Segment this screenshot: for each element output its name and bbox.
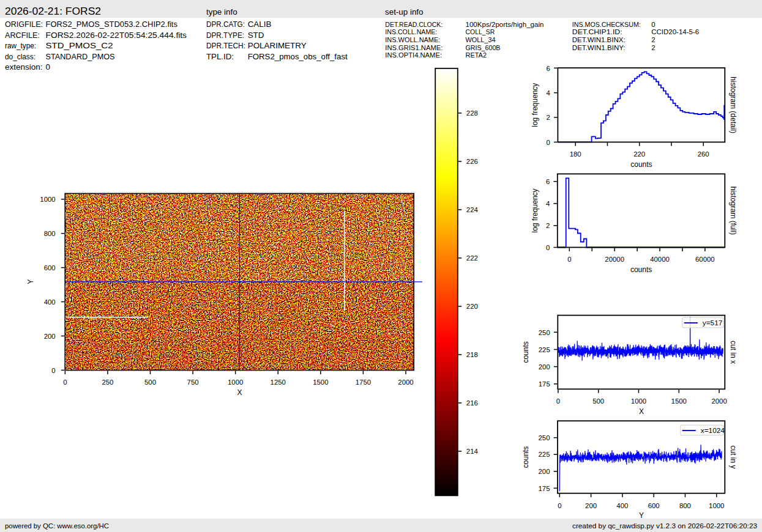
svg-text:1750: 1750 [356,379,371,386]
svg-text:X: X [639,407,644,416]
svg-text:2: 2 [547,114,550,121]
svg-text:extension:: extension: [5,62,43,72]
svg-text:200: 200 [539,363,550,371]
svg-text:0: 0 [51,367,55,374]
svg-text:DET.CHIP1.ID:: DET.CHIP1.ID: [572,28,622,35]
svg-text:1000: 1000 [40,196,55,203]
svg-text:2: 2 [546,222,550,229]
svg-text:0: 0 [546,244,550,251]
svg-text:220: 220 [466,303,478,310]
svg-text:INS.MOS.CHECKSUM:: INS.MOS.CHECKSUM: [572,21,641,28]
svg-text:DET.READ.CLOCK:: DET.READ.CLOCK: [385,21,443,28]
svg-text:INS.WOLL.NAME:: INS.WOLL.NAME: [385,36,440,43]
svg-text:200: 200 [538,468,550,475]
svg-text:CALIB: CALIB [248,20,272,29]
svg-text:histogram (full): histogram (full) [729,187,738,235]
svg-text:STANDARD_PMOS: STANDARD_PMOS [46,52,115,61]
svg-text:1250: 1250 [271,379,286,386]
svg-text:INS.COLL.NAME:: INS.COLL.NAME: [385,28,437,35]
svg-text:STD_PMOS_C2: STD_PMOS_C2 [46,41,113,50]
svg-text:COLL_SR: COLL_SR [466,28,495,35]
svg-text:do_class:: do_class: [5,52,35,61]
svg-text:WOLL_34: WOLL_34 [466,36,496,43]
svg-text:250: 250 [539,329,550,336]
svg-text:214: 214 [466,448,478,455]
svg-text:4: 4 [546,200,550,207]
svg-text:FORS2_pmos_obs_off_fast: FORS2_pmos_obs_off_fast [248,52,348,61]
svg-text:0: 0 [556,397,560,405]
svg-text:200: 200 [44,333,56,340]
svg-text:cut in y: cut in y [729,445,738,468]
svg-text:DET.WIN1.BINX:: DET.WIN1.BINX: [572,36,626,43]
svg-text:1000: 1000 [228,379,243,386]
svg-text:counts: counts [630,160,652,169]
svg-text:4: 4 [547,89,550,97]
svg-text:ORIGFILE:: ORIGFILE: [5,20,43,29]
svg-text:500: 500 [144,379,156,386]
svg-text:FORS2.2026-02-22T05:54:25.444.: FORS2.2026-02-22T05:54:25.444.fits [46,31,187,40]
svg-text:250: 250 [538,434,550,441]
svg-text:x=1024: x=1024 [701,426,725,435]
svg-text:created by qc_rawdisp.py v1.2.: created by qc_rawdisp.py v1.2.3 on 2026-… [572,522,757,530]
svg-text:225: 225 [538,451,550,458]
svg-text:0: 0 [46,62,50,72]
svg-text:600: 600 [648,502,660,509]
svg-text:0: 0 [558,502,561,509]
svg-text:6: 6 [547,65,550,72]
svg-text:GRIS_600B: GRIS_600B [466,44,501,51]
svg-text:1000: 1000 [709,502,724,509]
svg-text:750: 750 [187,379,199,386]
svg-text:POLARIMETRY: POLARIMETRY [248,41,307,50]
svg-text:counts: counts [521,446,530,468]
svg-text:40000: 40000 [650,256,670,263]
svg-text:800: 800 [44,230,56,237]
svg-text:1500: 1500 [671,397,687,405]
svg-text:60000: 60000 [695,256,715,263]
svg-text:ARCFILE:: ARCFILE: [5,31,40,40]
svg-text:228: 228 [466,109,478,117]
svg-text:type info: type info [206,7,237,17]
svg-text:20000: 20000 [605,256,624,263]
svg-text:DPR.TYPE:: DPR.TYPE: [206,31,244,40]
svg-text:175: 175 [539,380,550,388]
svg-text:220: 220 [633,150,645,158]
svg-text:counts: counts [521,341,530,363]
svg-text:log frequency: log frequency [531,188,540,232]
svg-text:RETA2: RETA2 [466,51,487,59]
svg-text:260: 260 [698,150,709,158]
svg-text:cut in x: cut in x [729,341,738,364]
svg-text:counts: counts [630,265,652,274]
svg-text:DPR.TECH:: DPR.TECH: [206,41,245,50]
svg-text:y=517: y=517 [703,319,722,327]
svg-text:0: 0 [547,139,550,146]
svg-text:FORS2_PMOS_STD053.2.CHIP2.fits: FORS2_PMOS_STD053.2.CHIP2.fits [46,20,178,29]
svg-text:216: 216 [466,399,478,407]
svg-text:226: 226 [466,158,478,165]
svg-text:218: 218 [466,351,478,358]
svg-text:400: 400 [616,502,628,509]
svg-text:250: 250 [102,379,113,386]
svg-text:222: 222 [466,254,478,262]
svg-text:100Kps/2ports/high_gain: 100Kps/2ports/high_gain [466,21,544,28]
svg-text:6: 6 [546,178,550,185]
svg-text:0: 0 [651,21,655,28]
svg-text:INS.OPTI4.NAME:: INS.OPTI4.NAME: [385,51,442,59]
svg-text:TPL.ID:: TPL.ID: [206,52,234,61]
svg-text:raw_type:: raw_type: [5,41,36,50]
svg-text:224: 224 [466,206,478,213]
svg-text:0: 0 [567,256,571,263]
svg-text:175: 175 [538,485,550,492]
svg-text:2: 2 [651,44,655,51]
svg-text:2: 2 [651,36,655,43]
svg-text:set-up info: set-up info [385,7,424,17]
svg-text:DET.WIN1.BINY:: DET.WIN1.BINY: [572,44,626,51]
svg-text:600: 600 [44,264,56,272]
svg-text:2000: 2000 [711,397,727,405]
svg-text:powered by QC: www.eso.org/HC: powered by QC: www.eso.org/HC [5,522,109,530]
svg-text:180: 180 [570,150,581,158]
svg-text:1500: 1500 [313,379,328,386]
svg-text:log frequency: log frequency [531,83,540,127]
svg-text:histogram (detail): histogram (detail) [729,76,738,133]
svg-text:Y: Y [639,511,644,520]
svg-text:1000: 1000 [631,397,646,405]
